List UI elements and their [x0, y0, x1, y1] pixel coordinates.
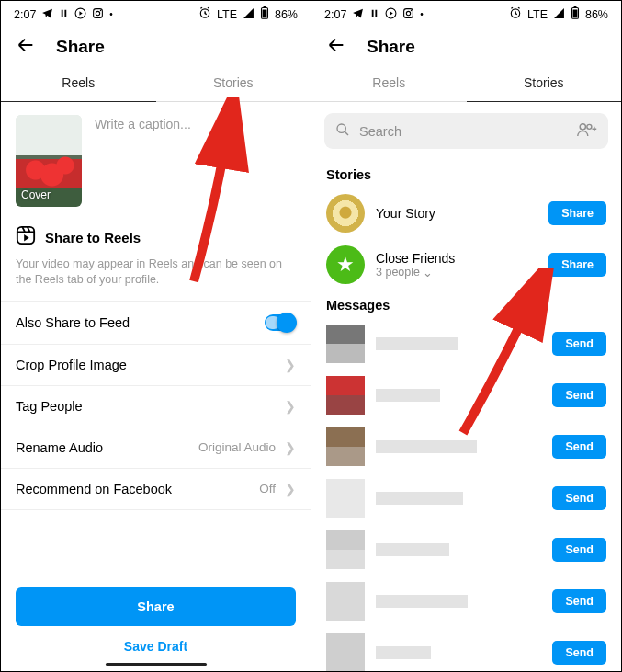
avatar [326, 376, 365, 415]
alarm-icon [509, 6, 522, 22]
signal-icon [243, 7, 254, 22]
page-title: Share [367, 37, 415, 57]
send-button[interactable]: Send [552, 383, 606, 407]
list-item: Send [311, 575, 621, 627]
section-stories: Stories [311, 160, 621, 188]
search-icon [335, 122, 350, 140]
avatar [326, 582, 365, 621]
chevron-right-icon: ❯ [285, 440, 296, 455]
chevron-down-icon[interactable]: ⌄ [423, 266, 433, 279]
section-messages: Messages [311, 290, 621, 318]
option-crop[interactable]: Crop Profile Image ❯ [1, 345, 311, 386]
send-button[interactable]: Send [552, 641, 606, 665]
signal-icon [553, 7, 565, 22]
more-icon: • [420, 9, 424, 19]
header: Share [1, 26, 311, 64]
tab-stories[interactable]: Stories [467, 64, 622, 102]
battery-icon [571, 6, 580, 22]
telegram-icon [352, 7, 364, 22]
row-your-story: Your Story Share [311, 188, 621, 239]
instagram-icon [402, 7, 414, 22]
svg-rect-15 [573, 10, 578, 18]
share-button[interactable]: Share [16, 587, 296, 626]
cover-label: Cover [21, 188, 51, 201]
screen-reels: 2:07 • LTE [1, 1, 311, 671]
chevron-right-icon: ❯ [285, 358, 296, 372]
send-button[interactable]: Send [552, 589, 606, 613]
battery-icon [260, 6, 269, 22]
clock: 2:07 [324, 8, 346, 21]
more-icon: • [109, 9, 113, 19]
svg-rect-6 [263, 10, 267, 18]
telegram-icon [41, 7, 53, 22]
avatar [326, 633, 365, 671]
list-item: Send [311, 473, 621, 524]
status-bar: 2:07 • LTE 86% [311, 1, 621, 26]
alarm-icon [198, 6, 211, 22]
tabs: Reels Stories [1, 64, 311, 102]
chevron-right-icon: ❯ [285, 482, 296, 496]
circle-play-icon [74, 7, 86, 22]
avatar [326, 427, 365, 466]
messages-list: Send Send Send Send Send [311, 318, 621, 671]
send-button[interactable]: Send [552, 486, 606, 510]
avatar [326, 325, 365, 363]
tab-stories[interactable]: Stories [156, 64, 311, 102]
svg-point-18 [580, 124, 585, 130]
svg-point-17 [337, 124, 345, 132]
send-button[interactable]: Send [552, 538, 606, 562]
tabs: Reels Stories [311, 64, 621, 102]
header: Share [311, 26, 621, 64]
avatar [326, 194, 365, 233]
share-to-reels-row: Share to Reels [1, 220, 311, 251]
add-people-icon[interactable] [577, 121, 597, 141]
list-item: Send [311, 627, 621, 671]
search-input[interactable]: Search [324, 113, 608, 149]
share-button[interactable]: Share [548, 201, 606, 225]
battery-pct: 86% [275, 8, 298, 21]
svg-rect-8 [17, 227, 34, 244]
option-tag-people[interactable]: Tag People ❯ [1, 386, 311, 427]
status-bar: 2:07 • LTE [1, 1, 311, 26]
reels-icon [16, 225, 36, 249]
svg-point-12 [411, 9, 412, 10]
send-button[interactable]: Send [552, 435, 606, 459]
send-button[interactable]: Send [552, 332, 606, 356]
circle-play-icon [385, 7, 397, 22]
option-recommend-fb[interactable]: Recommend on Facebook Off ❯ [1, 469, 311, 510]
save-draft-button[interactable]: Save Draft [16, 626, 296, 663]
list-item: Send [311, 524, 621, 575]
toggle-on[interactable] [265, 314, 296, 331]
share-to-reels-label: Share to Reels [45, 230, 141, 245]
share-to-reels-desc: Your video may appear in Reels and can b… [1, 251, 311, 302]
network-label: LTE [217, 8, 237, 21]
svg-point-3 [100, 9, 101, 10]
svg-point-2 [96, 11, 100, 15]
avatar [326, 530, 365, 569]
battery-pct: 86% [585, 8, 608, 21]
svg-rect-7 [264, 6, 266, 7]
nav-bar-indicator [106, 663, 207, 666]
chevron-right-icon: ❯ [285, 399, 296, 414]
option-rename-audio[interactable]: Rename Audio Original Audio ❯ [1, 427, 311, 469]
tab-reels[interactable]: Reels [1, 64, 156, 102]
back-icon[interactable] [326, 35, 346, 59]
pause-icon [59, 8, 69, 21]
clock: 2:07 [14, 8, 36, 21]
list-item: Send [311, 370, 621, 421]
tab-reels[interactable]: Reels [311, 64, 467, 102]
pause-icon [369, 8, 379, 21]
caption-input[interactable]: Write a caption... [95, 115, 191, 131]
video-thumbnail[interactable]: Cover [16, 115, 82, 207]
svg-rect-16 [574, 6, 577, 7]
option-also-feed[interactable]: Also Share to Feed [1, 302, 311, 345]
back-icon[interactable] [16, 35, 36, 59]
avatar [326, 479, 365, 518]
row-close-friends: ★ Close Friends 3 people⌄ Share [311, 239, 621, 290]
svg-point-19 [587, 124, 592, 129]
share-button[interactable]: Share [548, 253, 606, 277]
instagram-icon [92, 7, 104, 22]
svg-point-11 [407, 11, 411, 15]
page-title: Share [56, 37, 105, 57]
list-item: Send [311, 421, 621, 473]
